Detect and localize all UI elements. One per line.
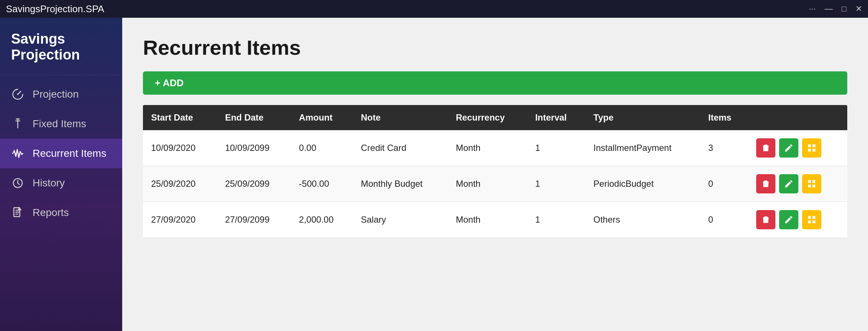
delete-button[interactable] (756, 138, 775, 158)
cell-amount: -500.00 (291, 166, 353, 202)
sidebar-item-history[interactable]: History (0, 168, 122, 198)
col-items: Items (700, 105, 748, 130)
close-button[interactable]: ✕ (855, 4, 862, 14)
cell-actions (748, 130, 847, 166)
cell-note: Salary (353, 202, 448, 238)
svg-point-0 (17, 94, 19, 95)
sidebar-title: Savings Projection (0, 18, 122, 75)
sidebar-item-recurrent-items[interactable]: Recurrent Items (0, 139, 122, 168)
cell-note: Monthly Budget (353, 166, 448, 202)
col-interval: Interval (527, 105, 585, 130)
sidebar: Savings Projection Projection (0, 18, 122, 331)
add-button[interactable]: + ADD (143, 71, 847, 95)
edit-button[interactable] (779, 138, 798, 158)
sidebar-item-reports[interactable]: Reports (0, 198, 122, 227)
app-body: Savings Projection Projection (0, 18, 868, 331)
delete-button[interactable] (756, 174, 775, 193)
col-actions (748, 105, 847, 130)
cell-actions (748, 166, 847, 202)
col-type: Type (585, 105, 700, 130)
cell-actions (748, 202, 847, 238)
sidebar-item-reports-label: Reports (33, 207, 69, 219)
window-controls: ··· — □ ✕ (809, 4, 862, 14)
cell-startDate: 10/09/2020 (143, 130, 217, 166)
recurrent-items-table: Start Date End Date Amount Note Recurren… (143, 105, 847, 238)
grid-button[interactable] (802, 174, 821, 193)
cell-startDate: 27/09/2020 (143, 202, 217, 238)
cell-endDate: 10/09/2099 (217, 130, 291, 166)
cell-interval: 1 (527, 130, 585, 166)
cell-endDate: 27/09/2099 (217, 202, 291, 238)
more-button[interactable]: ··· (809, 4, 815, 14)
table-row: 10/09/202010/09/20990.00Credit CardMonth… (143, 130, 847, 166)
sidebar-item-fixed-items[interactable]: Fixed Items (0, 109, 122, 139)
pin-icon (11, 117, 24, 131)
delete-button[interactable] (756, 210, 775, 229)
maximize-button[interactable]: □ (842, 4, 847, 14)
cell-note: Credit Card (353, 130, 448, 166)
cell-interval: 1 (527, 166, 585, 202)
sidebar-item-recurrent-items-label: Recurrent Items (33, 148, 106, 159)
report-icon (11, 206, 24, 219)
cell-items: 0 (700, 166, 748, 202)
sidebar-item-history-label: History (33, 177, 65, 189)
table-row: 27/09/202027/09/20992,000.00SalaryMonth1… (143, 202, 847, 238)
cell-startDate: 25/09/2020 (143, 166, 217, 202)
sidebar-nav: Projection Fixed Items Recurrent It (0, 80, 122, 227)
cell-endDate: 25/09/2099 (217, 166, 291, 202)
cell-amount: 2,000.00 (291, 202, 353, 238)
grid-button[interactable] (802, 138, 821, 158)
cell-type: InstallmentPayment (585, 130, 700, 166)
edit-button[interactable] (779, 210, 798, 229)
cell-amount: 0.00 (291, 130, 353, 166)
waveform-icon (11, 147, 24, 160)
col-note: Note (353, 105, 448, 130)
grid-button[interactable] (802, 210, 821, 229)
gauge-icon (11, 88, 24, 101)
clock-icon (11, 176, 24, 190)
cell-interval: 1 (527, 202, 585, 238)
sidebar-item-projection[interactable]: Projection (0, 80, 122, 109)
page-title: Recurrent Items (143, 36, 847, 60)
app-title: SavingsProjection.SPA (6, 3, 809, 15)
cell-recurrency: Month (448, 130, 527, 166)
col-end-date: End Date (217, 105, 291, 130)
main-content: Recurrent Items + ADD Start Date End Dat… (122, 18, 868, 331)
cell-type: PeriodicBudget (585, 166, 700, 202)
table-header-row: Start Date End Date Amount Note Recurren… (143, 105, 847, 130)
table-row: 25/09/202025/09/2099-500.00Monthly Budge… (143, 166, 847, 202)
sidebar-item-fixed-items-label: Fixed Items (33, 118, 86, 130)
edit-button[interactable] (779, 174, 798, 193)
cell-items: 3 (700, 130, 748, 166)
col-recurrency: Recurrency (448, 105, 527, 130)
col-amount: Amount (291, 105, 353, 130)
col-start-date: Start Date (143, 105, 217, 130)
title-bar: SavingsProjection.SPA ··· — □ ✕ (0, 0, 868, 18)
cell-recurrency: Month (448, 202, 527, 238)
cell-items: 0 (700, 202, 748, 238)
sidebar-item-projection-label: Projection (33, 88, 79, 100)
cell-recurrency: Month (448, 166, 527, 202)
cell-type: Others (585, 202, 700, 238)
minimize-button[interactable]: — (825, 4, 833, 14)
